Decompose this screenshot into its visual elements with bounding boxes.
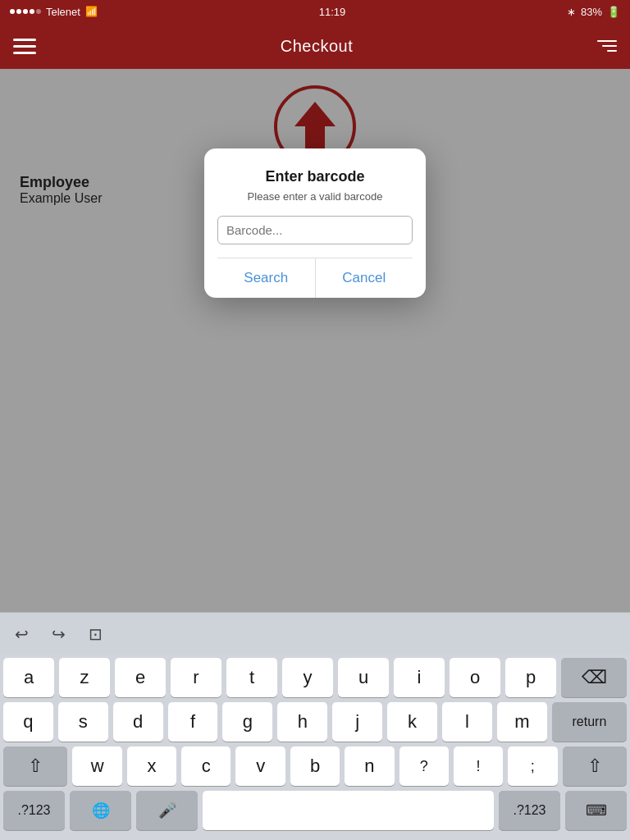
- search-button[interactable]: Search: [217, 258, 316, 298]
- barcode-input[interactable]: [217, 216, 413, 244]
- globe-key[interactable]: 🌐: [70, 791, 131, 830]
- key-row-bottom: .?123 🌐 🎤 .?123 ⌨: [3, 791, 627, 830]
- key-i[interactable]: i: [394, 658, 445, 697]
- signal-bars: [10, 9, 41, 14]
- header: Checkout: [0, 23, 630, 69]
- space-key[interactable]: [203, 791, 494, 830]
- filter-line-3: [607, 50, 617, 52]
- keyboard-toolbar: ↩ ↪ ⊡: [0, 612, 630, 655]
- bottom-bar: [0, 835, 630, 840]
- modal-buttons: Search Cancel: [217, 258, 413, 298]
- key-semicolon[interactable]: ;: [508, 746, 557, 786]
- key-t[interactable]: t: [226, 658, 277, 697]
- wifi-icon: 📶: [85, 6, 98, 17]
- modal-subtitle: Please enter a valid barcode: [217, 190, 413, 203]
- copy-button[interactable]: ⊡: [84, 619, 107, 649]
- key-w[interactable]: w: [72, 746, 121, 786]
- key-j[interactable]: j: [332, 702, 382, 742]
- key-d[interactable]: d: [113, 702, 163, 742]
- key-question[interactable]: ?: [399, 746, 449, 786]
- key-n[interactable]: n: [345, 746, 394, 786]
- status-right: ∗ 83% 🔋: [567, 6, 620, 18]
- return-key[interactable]: return: [552, 702, 627, 742]
- key-v[interactable]: v: [235, 746, 285, 786]
- keyboard-area: ↩ ↪ ⊡ a z e r t y u i o p ⌫ q s d f g h …: [0, 612, 630, 840]
- carrier-name: Telenet: [46, 6, 80, 18]
- battery-icon: 🔋: [607, 6, 620, 18]
- key-x[interactable]: x: [127, 746, 176, 786]
- filter-button[interactable]: [597, 40, 617, 52]
- key-c[interactable]: c: [181, 746, 231, 786]
- key-p[interactable]: p: [505, 658, 556, 697]
- status-time: 11:19: [319, 6, 346, 18]
- key-a[interactable]: a: [3, 658, 54, 697]
- key-k[interactable]: k: [387, 702, 437, 742]
- keyboard-keys: a z e r t y u i o p ⌫ q s d f g h j k l …: [0, 655, 630, 830]
- key-s[interactable]: s: [58, 702, 108, 742]
- dot2: [16, 9, 21, 14]
- numbers-left-key[interactable]: .?123: [3, 791, 65, 830]
- modal-title: Enter barcode: [217, 168, 413, 185]
- filter-line-2: [602, 45, 617, 47]
- key-o[interactable]: o: [450, 658, 500, 697]
- bluetooth-icon: ∗: [567, 6, 576, 18]
- page-title: Checkout: [281, 37, 354, 56]
- filter-line-1: [597, 40, 617, 42]
- cancel-button[interactable]: Cancel: [316, 258, 413, 298]
- key-z[interactable]: z: [59, 658, 110, 697]
- menu-button[interactable]: [13, 39, 36, 54]
- key-m[interactable]: m: [497, 702, 547, 742]
- modal-overlay: Enter barcode Please enter a valid barco…: [0, 69, 630, 377]
- key-l[interactable]: l: [442, 702, 492, 742]
- key-h[interactable]: h: [277, 702, 327, 742]
- barcode-modal: Enter barcode Please enter a valid barco…: [204, 148, 426, 298]
- key-exclaim[interactable]: !: [454, 746, 503, 786]
- emoji-key[interactable]: ⌨: [565, 791, 627, 830]
- dot1: [10, 9, 15, 14]
- mic-key[interactable]: 🎤: [136, 791, 198, 830]
- key-r[interactable]: r: [171, 658, 221, 697]
- menu-line-2: [13, 45, 36, 48]
- key-row-2: q s d f g h j k l m return: [3, 702, 627, 742]
- key-e[interactable]: e: [115, 658, 166, 697]
- shift-left-key[interactable]: ⇧: [3, 746, 67, 786]
- key-row-1: a z e r t y u i o p ⌫: [3, 658, 627, 697]
- dot3: [23, 9, 28, 14]
- menu-line-1: [13, 39, 36, 41]
- key-b[interactable]: b: [290, 746, 340, 786]
- main-content: Employee Example User Enter barcode Plea…: [0, 69, 630, 377]
- shift-right-key[interactable]: ⇧: [563, 746, 627, 786]
- status-bar: Telenet 📶 11:19 ∗ 83% 🔋: [0, 0, 630, 23]
- key-y[interactable]: y: [282, 658, 333, 697]
- key-row-3: ⇧ w x c v b n ? ! ; ⇧: [3, 746, 627, 786]
- key-q[interactable]: q: [3, 702, 53, 742]
- key-f[interactable]: f: [168, 702, 218, 742]
- numbers-right-key[interactable]: .?123: [499, 791, 560, 830]
- backspace-key[interactable]: ⌫: [561, 658, 627, 697]
- battery-percent: 83%: [581, 6, 602, 18]
- undo-button[interactable]: ↩: [10, 619, 34, 649]
- dot5: [36, 9, 41, 14]
- status-left: Telenet 📶: [10, 6, 98, 18]
- dot4: [30, 9, 34, 14]
- key-g[interactable]: g: [222, 702, 272, 742]
- key-u[interactable]: u: [338, 658, 389, 697]
- redo-button[interactable]: ↪: [47, 619, 71, 649]
- menu-line-3: [13, 52, 36, 54]
